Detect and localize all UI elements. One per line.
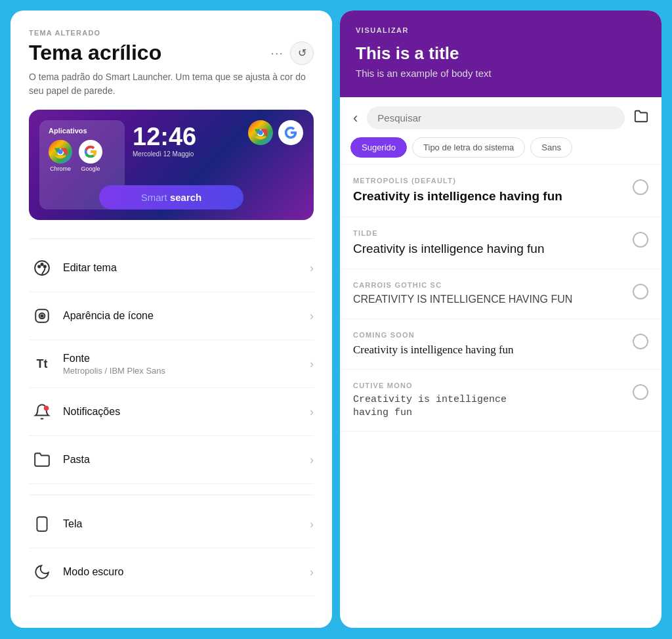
menu-divider <box>29 484 314 495</box>
google-svg <box>83 144 98 159</box>
svg-point-6 <box>41 263 43 265</box>
font-search-bar: ‹ Sugerido Tipo de letra do sistema Sans <box>340 97 662 165</box>
font-icon: Tt <box>29 351 55 377</box>
more-options-icon[interactable]: ··· <box>270 45 284 60</box>
back-button[interactable]: ‹ <box>350 107 360 129</box>
menu-text-modo-escuro: Modo escuro <box>63 566 310 578</box>
radio-cutive-mono[interactable] <box>633 384 648 400</box>
font-label-coming-soon: COMING SOON <box>353 331 626 339</box>
tema-label: TEMA ALTERADO <box>29 29 314 37</box>
menu-item-fonte[interactable]: Tt Fonte Metropolis / IBM Plex Sans › <box>29 340 314 388</box>
left-panel: TEMA ALTERADO Tema acrílico ··· ↺ O tema… <box>10 11 332 628</box>
google-app-icon[interactable]: Google <box>79 140 102 172</box>
apps-row: Chrome Google <box>49 140 102 172</box>
chevron-right-icon-5: › <box>310 453 314 467</box>
font-label-cutive-mono: CUTIVE MONO <box>353 382 626 389</box>
search-text: search <box>170 192 201 203</box>
menu-text-aparencia: Aparência de ícone <box>63 310 310 322</box>
font-label-metropolis: METROPOLIS (DEFAULT) <box>353 177 626 185</box>
font-preview-carrois: CREATIVITY IS INTELLIGENCE HAVING FUN <box>353 293 626 307</box>
chevron-right-icon-3: › <box>310 357 314 371</box>
chip-sugerido[interactable]: Sugerido <box>350 137 407 158</box>
menu-item-notificacoes[interactable]: Notificações › <box>29 388 314 436</box>
palette-svg <box>33 259 51 276</box>
right-panel: VISUALIZAR This is a title This is an ex… <box>340 11 662 628</box>
theme-title: Tema acrílico <box>29 41 161 65</box>
svg-point-1 <box>58 149 62 154</box>
smart-search-button[interactable]: Smart search <box>99 185 243 209</box>
chevron-right-icon: › <box>310 261 314 275</box>
font-item-metropolis[interactable]: METROPOLIS (DEFAULT) Creativity is intel… <box>340 165 662 217</box>
top-chrome-icon <box>248 120 273 145</box>
google-circle <box>79 140 102 164</box>
chevron-right-icon-6: › <box>310 518 314 531</box>
menu-item-modo-escuro[interactable]: Modo escuro › <box>29 548 314 596</box>
menu-section: Editar tema › Aparência de ícone › Tt Fo… <box>29 238 314 484</box>
font-preview-metropolis: Creativity is intelligence having fun <box>353 188 626 205</box>
menu-text-pasta: Pasta <box>63 454 310 466</box>
font-item-carrois[interactable]: CARROIS GOTHIC SC CREATIVITY IS INTELLIG… <box>340 269 662 319</box>
font-item-text-carrois: CARROIS GOTHIC SC CREATIVITY IS INTELLIG… <box>353 281 626 307</box>
font-item-cutive-mono[interactable]: CUTIVE MONO Creativity is intelligenceha… <box>340 370 662 431</box>
font-preview-coming-soon: Creativity is intelligence having fun <box>353 343 626 357</box>
palette-icon <box>29 255 55 281</box>
folder-btn-svg <box>634 109 648 123</box>
svg-point-11 <box>44 406 49 411</box>
font-item-tilde[interactable]: TILDE Creativity is intelligence having … <box>340 217 662 270</box>
menu-text-editar-tema: Editar tema <box>63 262 310 274</box>
top-google-icon <box>278 120 303 145</box>
icon-appearance-icon <box>29 303 55 329</box>
menu-item-pasta[interactable]: Pasta › <box>29 436 314 484</box>
font-item-text-coming-soon: COMING SOON Creativity is intelligence h… <box>353 331 626 357</box>
theme-preview-card: Aplicativos Chrome Google <box>29 110 314 220</box>
filter-chips: Sugerido Tipo de letra do sistema Sans <box>350 137 651 158</box>
notification-svg <box>33 403 51 420</box>
menu-item-editar-tema[interactable]: Editar tema › <box>29 244 314 292</box>
top-chrome-svg <box>253 125 268 140</box>
folder-icon <box>29 447 55 473</box>
clock-date: Mercoledì 12 Maggio <box>133 150 194 158</box>
apps-label: Aplicativos <box>49 127 87 135</box>
top-app-icons <box>248 120 303 145</box>
screen-svg <box>33 516 51 533</box>
radio-tilde[interactable] <box>633 232 648 248</box>
visualizar-label: VISUALIZAR <box>356 26 646 34</box>
preview-title: This is a title <box>356 43 646 64</box>
font-list: METROPOLIS (DEFAULT) Creativity is intel… <box>340 165 662 628</box>
chevron-right-icon-7: › <box>310 565 314 579</box>
chrome-label: Chrome <box>50 165 71 172</box>
theme-description: O tema padrão do Smart Launcher. Um tema… <box>29 70 314 98</box>
icon-appearance-svg <box>33 307 51 324</box>
chrome-svg <box>53 144 68 159</box>
search-input[interactable] <box>367 106 625 129</box>
radio-coming-soon[interactable] <box>633 334 648 349</box>
svg-point-7 <box>44 265 46 267</box>
chip-sans[interactable]: Sans <box>530 137 572 158</box>
screen-icon <box>29 511 55 537</box>
chevron-right-icon-4: › <box>310 405 314 419</box>
menu-item-aparencia-icone[interactable]: Aparência de ícone › <box>29 292 314 340</box>
font-item-text-cutive-mono: CUTIVE MONO Creativity is intelligenceha… <box>353 382 626 419</box>
svg-rect-12 <box>37 517 47 531</box>
svg-point-3 <box>258 130 262 135</box>
chrome-circle <box>49 140 72 164</box>
google-label: Google <box>81 165 100 172</box>
menu-text-fonte: Fonte Metropolis / IBM Plex Sans <box>63 353 310 376</box>
moon-svg <box>33 563 51 581</box>
radio-carrois[interactable] <box>633 284 648 299</box>
chrome-app-icon[interactable]: Chrome <box>49 140 72 172</box>
folder-button[interactable] <box>631 106 651 129</box>
menu-item-tela[interactable]: Tela › <box>29 500 314 548</box>
font-preview-tilde: Creativity is intelligence having fun <box>353 241 626 257</box>
chip-sistema[interactable]: Tipo de letra do sistema <box>412 137 525 158</box>
dark-mode-icon <box>29 559 55 585</box>
preview-body: This is an example of body text <box>356 68 646 79</box>
font-item-coming-soon[interactable]: COMING SOON Creativity is intelligence h… <box>340 319 662 370</box>
refresh-button[interactable]: ↺ <box>290 41 314 65</box>
app-container: TEMA ALTERADO Tema acrílico ··· ↺ O tema… <box>0 0 672 639</box>
top-google-svg <box>284 125 298 140</box>
radio-metropolis[interactable] <box>633 179 648 195</box>
menu-section-2: Tela › Modo escuro › <box>29 495 314 596</box>
chevron-right-icon-2: › <box>310 309 314 323</box>
folder-svg <box>33 451 51 468</box>
